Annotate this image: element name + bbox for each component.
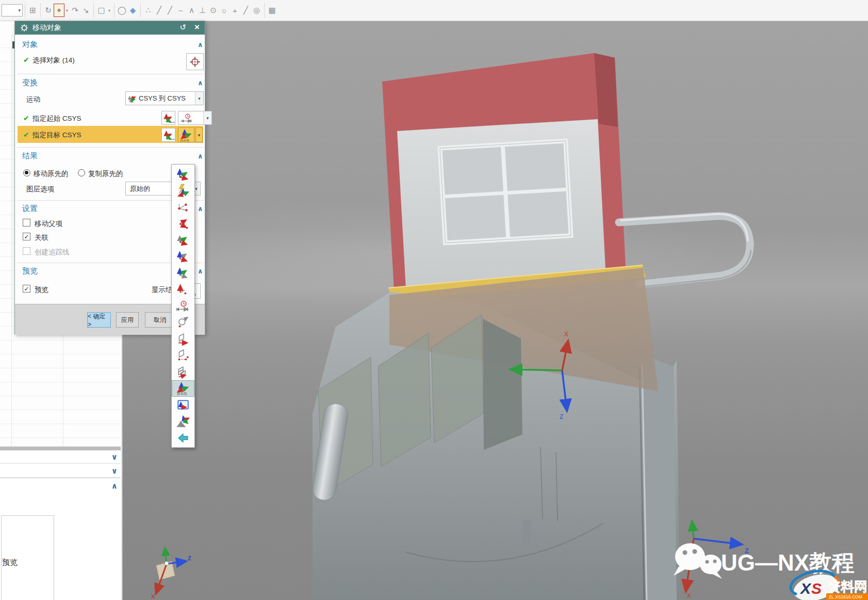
grid-icon[interactable]: ▦ xyxy=(267,3,277,18)
model-scene: X Z Z X Z X xyxy=(122,21,868,600)
csys-option-current-view-csys-icon[interactable] xyxy=(172,397,194,413)
csys-option-origin-xpoint-ypoint-icon[interactable] xyxy=(172,199,194,215)
snap-point-icon[interactable]: ∴ xyxy=(143,3,154,18)
collapse-transform-icon[interactable]: ∧ xyxy=(198,79,203,87)
target-csys-dropdown-icon[interactable]: ▾ xyxy=(195,127,203,142)
axis-z-label: Z xyxy=(188,555,191,561)
snap-spline-icon[interactable]: ~ xyxy=(175,3,186,18)
collapsed-group-row[interactable]: ∨ xyxy=(0,464,121,478)
check-icon: ✔ xyxy=(23,131,29,139)
chevron-up-icon[interactable]: ∧ xyxy=(111,481,118,491)
snap-endpoint-icon[interactable]: ╱ xyxy=(154,3,165,18)
csys-option-xaxis-yaxis-icon[interactable] xyxy=(172,215,194,232)
csys-option-plane-and-vector-icon[interactable] xyxy=(172,331,194,347)
target-csys-dialog-button[interactable] xyxy=(161,128,175,142)
copy-original-label: 复制原先的 xyxy=(88,169,123,179)
toolbar-separator xyxy=(264,3,265,18)
csys-option-zaxis-yaxis-origin-icon[interactable] xyxy=(172,265,194,281)
csys-option-back-icon[interactable] xyxy=(172,430,194,446)
model-window xyxy=(440,141,571,243)
logo-url: ZL.XS1616.COM xyxy=(829,594,862,599)
point-constructor-icon[interactable]: ⌖ xyxy=(54,4,64,17)
motion-combo[interactable]: CSYS 到 CSYS ▾ xyxy=(125,91,204,105)
toolbar-separator xyxy=(40,3,41,18)
wechat-icon xyxy=(674,543,722,579)
section-separator xyxy=(17,147,204,148)
start-csys-dialog-button[interactable] xyxy=(161,111,175,125)
snap-center-icon[interactable]: ⊙ xyxy=(208,3,219,18)
snap-midpoint-icon[interactable]: ╱ xyxy=(165,3,175,18)
dialog-close-icon[interactable]: × xyxy=(194,22,200,33)
snap-face-icon[interactable]: ◎ xyxy=(251,3,262,18)
part-family-icon[interactable]: ⊞ xyxy=(27,3,38,18)
preview-checkbox[interactable]: ✓ xyxy=(23,285,30,293)
csys-option-zaxis-xaxis-origin-icon[interactable] xyxy=(172,248,194,265)
csys-to-csys-icon xyxy=(127,94,137,103)
associative-checkbox[interactable]: ✓ xyxy=(23,233,30,240)
csys-option-absolute-csys-icon[interactable]: (0,0,0) xyxy=(172,380,194,397)
check-icon: ✔ xyxy=(23,114,29,122)
move-original-radio[interactable] xyxy=(23,169,30,176)
select-object-button[interactable] xyxy=(186,53,204,70)
work-box-icon[interactable]: ◆ xyxy=(127,3,138,18)
move-original-label: 移动原先的 xyxy=(34,169,69,179)
motion-label: 运动 xyxy=(26,95,40,104)
csys-option-three-planes-icon[interactable] xyxy=(172,364,194,380)
csys-type-dropdown: (0,0,0) xyxy=(171,164,195,448)
axis-x-label: X xyxy=(151,593,155,599)
csys-option-zaxis-origin-icon[interactable] xyxy=(172,281,194,298)
object-csys-icon xyxy=(182,112,193,124)
origin-label: (0,0,0) xyxy=(177,392,187,396)
csys-option-object-csys-icon[interactable] xyxy=(172,298,194,314)
table-column-line xyxy=(11,34,12,447)
logo-site-name: 资料网 xyxy=(827,579,867,594)
snap-intersection-icon[interactable]: + xyxy=(230,3,240,18)
motion-dropdown-icon[interactable]: ▾ xyxy=(195,92,203,105)
collapse-result-icon[interactable]: ∧ xyxy=(198,152,203,160)
collapse-preview-icon[interactable]: ∧ xyxy=(198,267,203,275)
dialog-reset-icon[interactable]: ↺ xyxy=(179,23,186,32)
cancel-button[interactable]: 取消 xyxy=(145,312,175,328)
ok-button[interactable]: < 确定 > xyxy=(87,312,111,328)
start-csys-combo[interactable]: ▾ xyxy=(178,111,212,125)
transform-icon[interactable]: ↘ xyxy=(80,3,91,18)
move-parent-checkbox[interactable] xyxy=(23,219,30,226)
csys-option-point-perpendicular-curve-icon[interactable] xyxy=(172,314,194,331)
csys-option-inferred-icon[interactable] xyxy=(172,182,194,199)
apply-button[interactable]: 应用 xyxy=(116,312,139,328)
dialog-titlebar[interactable]: 移动对象 ↺ × xyxy=(15,21,205,35)
collapse-settings-icon[interactable]: ∧ xyxy=(198,205,203,213)
watermark-text: UG—NX教程 xyxy=(721,550,855,575)
paste-special-icon[interactable]: ↷ xyxy=(70,3,80,18)
csys-option-dynamic-icon[interactable] xyxy=(172,166,194,182)
toolbar-separator xyxy=(114,3,114,18)
motion-value: CSYS 到 CSYS xyxy=(139,94,186,103)
select-dropdown-icon[interactable]: ▾ xyxy=(107,3,112,18)
move-object-icon[interactable]: ↻ xyxy=(43,3,54,18)
shaded-view-icon[interactable]: ◯ xyxy=(117,3,127,18)
csys-option-xaxis-yaxis-origin-icon[interactable] xyxy=(172,232,194,248)
view-style-combo[interactable]: ▾ xyxy=(2,4,23,17)
snap-circle-icon[interactable]: ○ xyxy=(219,3,230,18)
snap-slash-icon[interactable]: ╱ xyxy=(240,3,251,18)
show-result-label: 显示结 xyxy=(152,285,173,295)
chevron-down-icon[interactable]: ∨ xyxy=(111,452,118,462)
point-dropdown-icon[interactable]: ▾ xyxy=(64,3,70,18)
copy-original-radio[interactable] xyxy=(78,169,85,176)
snap-pole-icon[interactable]: ∧ xyxy=(186,3,197,18)
target-csys-combo[interactable]: (0,0,0) xyxy=(178,127,194,142)
collapse-object-icon[interactable]: ∧ xyxy=(198,41,203,48)
settings-section-title: 设置 xyxy=(22,204,38,214)
dialog-title: 移动对象 xyxy=(32,23,61,33)
chevron-down-icon[interactable]: ∨ xyxy=(111,466,118,476)
graphics-viewport[interactable]: X Z Z X Z X xyxy=(122,21,868,600)
csys-option-offset-csys-icon[interactable] xyxy=(172,413,194,430)
start-csys-dropdown-icon[interactable]: ▾ xyxy=(203,111,211,124)
preview-section-title: 预览 xyxy=(22,266,38,276)
snap-axis-icon[interactable]: ⊥ xyxy=(197,3,208,18)
axis-x-label: X xyxy=(564,331,568,338)
nx-application-window: ▾ ⊞ ↻ ⌖ ▾ ↷ ↘ ▢ ▾ ◯ ◆ ∴ ╱ ╱ ~ ∧ ⊥ ⊙ ○ + … xyxy=(0,0,868,600)
select-rect-icon[interactable]: ▢ xyxy=(96,3,107,18)
collapsed-group-row[interactable]: ∨ xyxy=(0,450,121,464)
csys-option-plane-xaxis-point-icon[interactable] xyxy=(172,347,194,364)
